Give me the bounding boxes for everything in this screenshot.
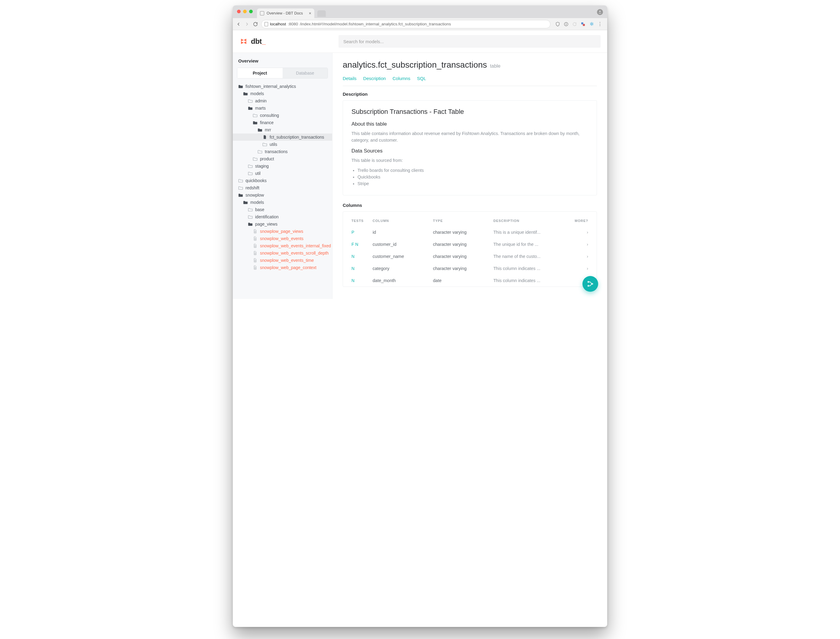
column-row[interactable]: Ndate_monthdateThis column indicates ...… xyxy=(351,275,588,286)
about-heading: About this table xyxy=(351,121,588,127)
description-label: Description xyxy=(343,92,597,97)
tree-node[interactable]: consulting xyxy=(233,112,332,119)
columns-header-row: TESTS COLUMN TYPE DESCRIPTION MORE? xyxy=(351,215,588,226)
sidebar-segment: Project Database xyxy=(237,68,328,78)
tree-node[interactable]: redshift xyxy=(233,184,332,191)
object-kind: table xyxy=(490,64,501,69)
tree-node[interactable]: fishtown_internal_analytics xyxy=(233,83,332,90)
description-card: Subscription Transactions - Fact Table A… xyxy=(343,100,597,196)
browser-tab[interactable]: Overview - DBT Docs × xyxy=(257,8,314,18)
tree-node[interactable]: snowplow_page_views xyxy=(233,228,332,235)
address-bar[interactable]: localhost:8080/index.html#!/model/model.… xyxy=(261,20,551,29)
tree-node[interactable]: snowplow_web_page_context xyxy=(233,264,332,271)
column-row[interactable]: F Ncustomer_idcharacter varyingThe uniqu… xyxy=(351,238,588,250)
page-title: analytics.fct_subscription_transactions xyxy=(343,60,487,70)
tree-node[interactable]: mrr xyxy=(233,126,332,134)
tree-node[interactable]: marts xyxy=(233,105,332,112)
columns-label: Columns xyxy=(343,203,597,208)
url-path: /index.html#!/model/model.fishtown_inter… xyxy=(300,22,451,26)
svg-point-8 xyxy=(592,284,593,285)
tree-node[interactable]: snowplow_web_events_time xyxy=(233,257,332,264)
tree-node[interactable]: util xyxy=(233,170,332,177)
maximize-window-icon[interactable] xyxy=(249,10,253,13)
forward-icon[interactable] xyxy=(244,21,250,27)
tree-node-label: finance xyxy=(260,121,273,125)
tree-node[interactable]: snowplow_web_events_internal_fixed xyxy=(233,242,332,250)
tree-node[interactable]: models xyxy=(233,199,332,206)
ext-shield-icon[interactable] xyxy=(555,22,560,27)
ext-snowflake-icon[interactable]: ✻ xyxy=(589,22,594,27)
column-row[interactable]: Ncustomer_namecharacter varyingThe name … xyxy=(351,250,588,262)
chevron-right-icon[interactable]: › xyxy=(570,230,588,235)
tree-node[interactable]: identification xyxy=(233,213,332,221)
chrome-tab-bar: Overview - DBT Docs × xyxy=(233,5,607,18)
tree-node[interactable]: staging xyxy=(233,162,332,170)
column-row[interactable]: Ncategorycharacter varyingThis column in… xyxy=(351,262,588,275)
sources-lead: This table is sourced from: xyxy=(351,157,588,164)
tab-description[interactable]: Description xyxy=(363,76,386,81)
tree-node[interactable]: admin xyxy=(233,97,332,105)
tree-node-label: product xyxy=(260,157,274,161)
close-tab-icon[interactable]: × xyxy=(309,11,311,16)
tree-node[interactable]: fct_subscription_transactions xyxy=(233,134,332,141)
tree-node[interactable]: transactions xyxy=(233,148,332,155)
reload-icon[interactable] xyxy=(253,21,258,27)
page-icon xyxy=(260,11,264,15)
chevron-right-icon[interactable]: › xyxy=(570,242,588,247)
tree-node[interactable]: snowplow_web_events_scroll_depth xyxy=(233,250,332,257)
tree-node-label: snowplow_web_page_context xyxy=(260,265,316,270)
file-icon xyxy=(253,258,257,262)
tree-node[interactable]: product xyxy=(233,155,332,162)
file-icon xyxy=(253,244,257,248)
chevron-right-icon[interactable]: › xyxy=(570,254,588,259)
tree-node-label: snowplow_web_events_scroll_depth xyxy=(260,251,329,255)
tree-node[interactable]: finance xyxy=(233,119,332,126)
file-icon xyxy=(253,237,257,241)
search-input[interactable]: Search for models... xyxy=(338,35,600,48)
tab-details[interactable]: Details xyxy=(343,76,357,81)
new-tab-button[interactable] xyxy=(318,10,326,17)
tree-node-label: base xyxy=(255,207,264,212)
tree-node-label: staging xyxy=(255,164,269,168)
ext-info-icon[interactable] xyxy=(564,22,568,27)
segment-project[interactable]: Project xyxy=(237,68,283,78)
tree-node-label: snowplow_web_events_internal_fixed xyxy=(260,244,331,248)
col-desc: This column indicates ... xyxy=(493,266,570,271)
tree-node[interactable]: base xyxy=(233,206,332,213)
segment-database[interactable]: Database xyxy=(283,68,328,78)
tree-node[interactable]: utils xyxy=(233,141,332,148)
source-item: Stripe xyxy=(357,181,588,186)
file-icon xyxy=(253,265,257,270)
close-window-icon[interactable] xyxy=(237,10,241,13)
site-info-icon[interactable] xyxy=(265,22,268,26)
window-controls[interactable] xyxy=(237,10,253,13)
tree-node[interactable]: snowplow_web_events xyxy=(233,235,332,242)
chevron-right-icon[interactable]: › xyxy=(570,266,588,271)
column-row[interactable]: Pidcharacter varyingThis is a unique ide… xyxy=(351,226,588,238)
tab-columns[interactable]: Columns xyxy=(392,76,410,81)
tree-node[interactable]: page_views xyxy=(233,221,332,228)
back-icon[interactable] xyxy=(236,21,241,27)
tab-sql[interactable]: SQL xyxy=(417,76,426,81)
chrome-menu-icon[interactable]: ⋮ xyxy=(597,22,602,27)
logo[interactable]: dbt_ xyxy=(240,37,332,46)
tree-node[interactable]: models xyxy=(233,90,332,97)
folder-open-icon xyxy=(243,200,248,205)
svg-rect-5 xyxy=(583,24,585,26)
ext-refresh-icon[interactable] xyxy=(572,22,577,27)
folder-open-icon xyxy=(248,222,253,226)
col-type: character varying xyxy=(433,230,493,235)
sources-heading: Data Sources xyxy=(351,148,588,154)
tree-node[interactable]: quickbooks xyxy=(233,177,332,184)
content-tabs: Details Description Columns SQL xyxy=(343,72,597,86)
sources-list: Trello boards for consulting clientsQuic… xyxy=(351,168,588,186)
ext-translate-icon[interactable] xyxy=(581,22,586,27)
tree-node[interactable]: snowplow xyxy=(233,191,332,199)
account-icon[interactable] xyxy=(597,9,603,15)
col-type: date xyxy=(433,278,493,283)
desc-title: Subscription Transactions - Fact Table xyxy=(351,108,588,116)
lineage-fab[interactable] xyxy=(583,276,598,292)
folder-icon xyxy=(248,99,253,103)
minimize-window-icon[interactable] xyxy=(243,10,247,13)
col-name: customer_id xyxy=(373,242,433,247)
